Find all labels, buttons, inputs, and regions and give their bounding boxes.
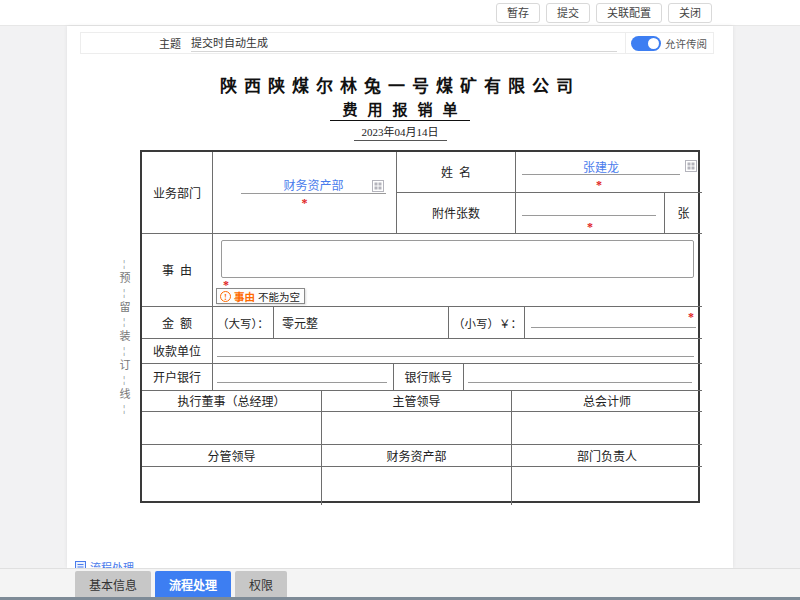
- account-cell: [464, 364, 702, 391]
- binding-line-text: ¦预¦留¦装¦订¦线¦: [114, 232, 132, 442]
- process-flow-icon: [75, 561, 86, 568]
- allow-share-label: 允许传阅: [665, 36, 707, 51]
- form-date[interactable]: 2023年04月14日: [354, 123, 447, 141]
- sig-cell-director: [142, 412, 322, 445]
- name-picker-icon[interactable]: [685, 160, 697, 172]
- dept-picker-icon[interactable]: [372, 180, 384, 192]
- save-draft-button[interactable]: 暂存: [496, 3, 540, 23]
- subject-input[interactable]: 提交时自动生成: [191, 35, 617, 52]
- tab-permissions[interactable]: 权限: [235, 571, 287, 597]
- form-title: 费用报销单: [330, 98, 469, 121]
- sig-header-supervisor: 主管领导: [322, 391, 512, 412]
- name-value-link[interactable]: 张建龙: [583, 161, 619, 175]
- dept-required-mark: *: [213, 198, 396, 208]
- attach-label: 附件张数: [397, 193, 516, 234]
- name-required-mark: *: [516, 180, 682, 190]
- tab-basic-info[interactable]: 基本信息: [75, 571, 151, 597]
- subject-row: 主题 提交时自动生成 允许传阅: [80, 32, 714, 54]
- bank-input[interactable]: [217, 368, 387, 383]
- allow-share-toggle[interactable]: [631, 36, 661, 51]
- account-label: 银行账号: [394, 364, 464, 391]
- sig-header-finance-dept: 财务资产部: [322, 445, 512, 467]
- form-panel: 主题 提交时自动生成 允许传阅 陕西陕煤尔林兔一号煤矿有限公司 费用报销单 20…: [67, 26, 733, 568]
- close-button[interactable]: 关闭: [668, 3, 712, 23]
- attach-cell: *: [516, 193, 665, 234]
- related-config-button[interactable]: 关联配置: [596, 3, 662, 23]
- expense-form-table: 业务部门 财务资产部 * 姓名 张建龙 * 附件张数 * 张 事由: [140, 150, 700, 503]
- error-field-name: 事由: [234, 289, 255, 304]
- amount-lower-input[interactable]: [531, 313, 696, 328]
- dept-label: 业务部门: [142, 152, 213, 234]
- payee-cell: [213, 339, 702, 364]
- warning-icon: !: [220, 291, 231, 302]
- reason-error-tooltip: ! 事由 不能为空: [216, 288, 305, 304]
- process-flow-link[interactable]: 流程处理: [75, 559, 134, 568]
- attach-input[interactable]: [522, 199, 656, 216]
- sig-cell-supervisor: [322, 412, 512, 445]
- tab-process-handling[interactable]: 流程处理: [155, 571, 231, 597]
- process-flow-link-label: 流程处理: [90, 559, 134, 568]
- sig-header-chief-accountant: 总会计师: [512, 391, 702, 412]
- dept-value-link[interactable]: 财务资产部: [283, 179, 343, 193]
- attach-required-mark: *: [516, 222, 664, 232]
- amount-label: 金额: [142, 307, 213, 339]
- sig-header-director: 执行董事（总经理）: [142, 391, 322, 412]
- bottom-tabbar: 基本信息 流程处理 权限: [0, 568, 800, 597]
- account-input[interactable]: [468, 368, 692, 383]
- reason-label: 事由: [142, 234, 213, 307]
- attach-unit-label: 张: [665, 193, 702, 234]
- toggle-knob-icon: [648, 38, 659, 49]
- amount-lower-cell: *: [525, 307, 702, 339]
- error-message: 不能为空: [258, 289, 300, 304]
- sig-cell-dept-head: [512, 467, 702, 505]
- amount-upper-value[interactable]: 零元整: [274, 307, 449, 339]
- amount-required-mark: *: [688, 312, 694, 322]
- bank-cell: [213, 364, 394, 391]
- dept-cell: 财务资产部 *: [213, 152, 397, 234]
- reason-cell: * ! 事由 不能为空: [213, 234, 702, 307]
- reason-textarea[interactable]: [221, 240, 694, 278]
- top-toolbar: 暂存 提交 关联配置 关闭: [0, 0, 800, 26]
- sig-cell-finance-dept: [322, 467, 512, 505]
- allow-share-toggle-wrap: 允许传阅: [625, 32, 713, 54]
- name-cell: 张建龙 *: [516, 152, 702, 193]
- name-label: 姓名: [397, 152, 516, 193]
- company-title: 陕西陕煤尔林兔一号煤矿有限公司: [110, 72, 690, 97]
- sig-header-division-leader: 分管领导: [142, 445, 322, 467]
- amount-upper-label: （大写）：: [213, 307, 274, 339]
- payee-input[interactable]: [217, 342, 694, 357]
- bank-label: 开户银行: [142, 364, 213, 391]
- amount-lower-label: （小写）￥：: [449, 307, 525, 339]
- sig-cell-division-leader: [142, 467, 322, 505]
- sig-header-dept-head: 部门负责人: [512, 445, 702, 467]
- payee-label: 收款单位: [142, 339, 213, 364]
- subject-label: 主题: [81, 35, 181, 51]
- submit-button[interactable]: 提交: [546, 3, 590, 23]
- sig-cell-chief-accountant: [512, 412, 702, 445]
